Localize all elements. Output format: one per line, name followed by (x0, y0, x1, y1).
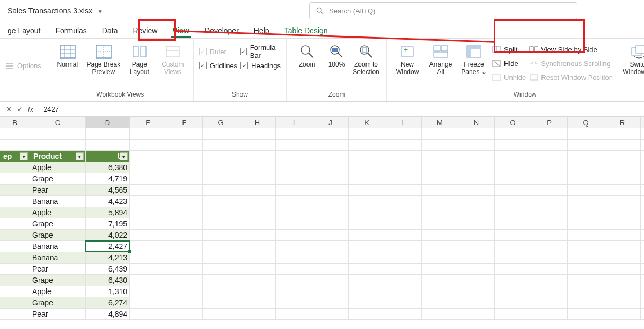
svg-rect-15 (166, 46, 179, 57)
tab-table-design[interactable]: Table Design (277, 23, 335, 38)
filename-dropdown-icon: ▼ (98, 9, 103, 14)
table-cell-units[interactable]: 4,894 (86, 309, 130, 319)
table-cell-product[interactable]: Banana (30, 196, 86, 207)
svg-rect-39 (535, 47, 538, 52)
gridlines-label: Gridlines (210, 62, 237, 70)
new-window-button[interactable]: + New Window (392, 42, 422, 76)
headings-checkbox[interactable]: ✓Headings (240, 59, 281, 72)
freeze-panes-button[interactable]: Freeze Panes ⌄ (459, 42, 489, 76)
table-cell-product[interactable]: Apple (30, 286, 86, 297)
table-cell-product[interactable]: Pear (30, 264, 86, 274)
filter-dropdown-icon[interactable]: ▾ (20, 152, 28, 160)
gridlines-checkbox[interactable]: ✓Gridlines (199, 59, 237, 72)
table-header-product[interactable]: Product▾ (30, 151, 86, 162)
column-header-B[interactable]: B (0, 117, 30, 128)
reset-window-position-button: Reset Window Position (529, 71, 618, 84)
table-cell-units[interactable]: 7,195 (86, 218, 130, 229)
table-cell-units[interactable]: 1,310 (86, 286, 130, 297)
filter-dropdown-icon[interactable]: ▾ (76, 152, 84, 160)
formula-enter-button[interactable]: ✓ (14, 105, 26, 113)
table-cell-product[interactable]: Grape (30, 297, 86, 308)
zoom-to-selection-button[interactable]: Zoom to Selection (351, 42, 381, 76)
tab-review[interactable]: Review (125, 23, 165, 38)
tab-data[interactable]: Data (94, 23, 126, 38)
table-header-units[interactable]: Un▾ (86, 151, 130, 162)
page-break-preview-button[interactable]: Page Break Preview (86, 42, 121, 76)
column-header-C[interactable]: C (30, 117, 86, 128)
table-cell-product[interactable]: Banana (30, 252, 86, 263)
fx-label[interactable]: fx (26, 105, 38, 113)
table-cell-product[interactable]: Apple (30, 162, 86, 173)
column-header-J[interactable]: J (312, 117, 349, 128)
column-header-G[interactable]: G (203, 117, 239, 128)
table-header-rep[interactable]: ep▾ (0, 151, 30, 162)
switch-windows-icon (631, 43, 644, 60)
table-cell-product[interactable]: Grape (30, 230, 86, 240)
column-header-L[interactable]: L (385, 117, 422, 128)
normal-view-button[interactable]: Normal (53, 42, 83, 69)
table-cell-units[interactable]: 2,427 (86, 241, 130, 252)
table-cell-product[interactable]: Grape (30, 218, 86, 229)
svg-point-22 (360, 46, 369, 54)
formula-cancel-button[interactable]: ✕ (3, 105, 14, 113)
column-header-P[interactable]: P (531, 117, 568, 128)
switch-windows-button[interactable]: Switch Windows ⌄ (621, 42, 644, 76)
svg-line-21 (338, 53, 342, 57)
table-cell-units[interactable]: 4,719 (86, 173, 130, 184)
table-cell-product[interactable]: Grape (30, 173, 86, 184)
table-cell-units[interactable]: 4,565 (86, 185, 130, 195)
table-cell-product[interactable]: Grape (30, 275, 86, 286)
page-layout-button[interactable]: Page Layout (125, 42, 155, 76)
formula-value[interactable]: 2427 (43, 105, 59, 113)
tab-view[interactable]: View (165, 23, 197, 38)
table-cell-product[interactable]: Banana (30, 241, 86, 252)
arrange-all-button[interactable]: Arrange All (426, 42, 456, 76)
reset-position-icon (529, 73, 538, 82)
column-header-F[interactable]: F (166, 117, 203, 128)
tab-formulas[interactable]: Formulas (48, 23, 94, 38)
tab-developer[interactable]: Developer (197, 23, 246, 38)
tab-page-layout[interactable]: ge Layout (0, 23, 48, 38)
search-input[interactable]: Search (Alt+Q) (309, 2, 577, 19)
table-cell-product[interactable]: Apple (30, 207, 86, 218)
zoom-100-button[interactable]: 100% (325, 42, 348, 69)
svg-rect-2 (6, 63, 13, 64)
zoom-to-selection-icon (357, 43, 375, 60)
column-header-N[interactable]: N (458, 117, 495, 128)
split-button[interactable]: Split (492, 43, 526, 56)
table-cell-units[interactable]: 5,894 (86, 207, 130, 218)
sync-scroll-icon (529, 59, 538, 68)
table-cell-units[interactable]: 6,430 (86, 275, 130, 286)
table-cell-product[interactable]: Pear (30, 185, 86, 195)
column-header-E[interactable]: E (130, 117, 166, 128)
table-cell-units[interactable]: 4,022 (86, 230, 130, 240)
column-header-O[interactable]: O (495, 117, 531, 128)
table-cell-units[interactable]: 4,423 (86, 196, 130, 207)
spreadsheet-grid[interactable]: ep▾Product▾Un▾Apple6,380Grape4,719Pear4,… (0, 128, 644, 320)
zoom-button[interactable]: Zoom (292, 42, 322, 69)
table-cell-units[interactable]: 6,439 (86, 264, 130, 274)
column-header-R[interactable]: R (604, 117, 641, 128)
filename[interactable]: Sales Transactions 3.xlsx ▼ (8, 6, 103, 15)
synchronous-scrolling-button: Synchronous Scrolling (529, 57, 618, 70)
column-header-D[interactable]: D (86, 117, 130, 128)
column-header-K[interactable]: K (349, 117, 385, 128)
column-header-I[interactable]: I (276, 117, 312, 128)
view-side-by-side-button[interactable]: View Side by Side (529, 43, 618, 56)
formula-bar-checkbox[interactable]: ✓Formula Bar (240, 45, 281, 58)
table-cell-product[interactable]: Pear (30, 309, 86, 319)
hide-button[interactable]: Hide (492, 57, 526, 70)
svg-line-1 (321, 12, 323, 14)
column-header-M[interactable]: M (422, 117, 458, 128)
zoom-to-selection-label: Zoom to Selection (351, 61, 381, 76)
table-cell-units[interactable]: 6,380 (86, 162, 130, 173)
tab-help[interactable]: Help (246, 23, 277, 38)
table-cell-units[interactable]: 4,213 (86, 252, 130, 263)
table-cell-units[interactable]: 6,274 (86, 297, 130, 308)
column-headers[interactable]: BCDEFGHIJKLMNOPQR (0, 117, 644, 128)
column-header-Q[interactable]: Q (568, 117, 604, 128)
column-header-H[interactable]: H (239, 117, 276, 128)
sheet-options-button: Options (5, 60, 41, 72)
new-window-label: New Window (392, 61, 422, 76)
filter-dropdown-icon[interactable]: ▾ (120, 152, 128, 160)
